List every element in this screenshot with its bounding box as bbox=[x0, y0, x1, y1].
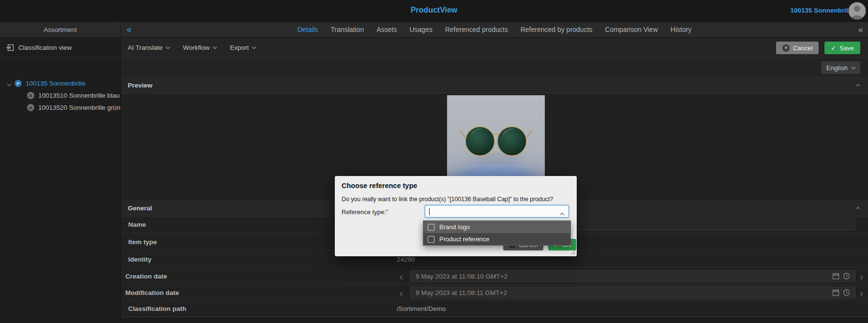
cancel-button[interactable]: ✕ Cancel bbox=[776, 42, 819, 54]
language-selector[interactable]: English bbox=[821, 61, 860, 74]
user-avatar[interactable] bbox=[849, 2, 866, 19]
tab-referenced-products[interactable]: Referenced products bbox=[445, 26, 508, 33]
save-cancel-group: ✕ Cancel ✓ Save bbox=[776, 42, 860, 54]
tree-item-product[interactable]: P 100135 Sonnenbrille bbox=[0, 77, 120, 89]
tree-item-article-blau[interactable]: A 10013510 Sonnenbrille blau bbox=[0, 89, 120, 102]
tree-item-article-gruen[interactable]: A 10013520 Sonnenbrille grün bbox=[0, 102, 120, 114]
product-badge: P bbox=[15, 80, 22, 87]
creation-date-row: Creation date 9 May 2023 at 11:08:10 GMT… bbox=[121, 268, 868, 285]
product-view-app: ProductView 100135 Sonnenbrille Assortme… bbox=[0, 0, 868, 323]
classification-view-button[interactable]: Classification view bbox=[0, 38, 120, 58]
required-marker: * bbox=[386, 208, 388, 214]
choose-reference-type-dialog: Choose reference type Do you really want… bbox=[335, 176, 577, 256]
language-strip: English bbox=[121, 58, 868, 77]
creation-date-label: Creation date bbox=[125, 273, 167, 280]
creation-date-input[interactable]: 9 May 2023 at 11:08:10 GMT+2 bbox=[410, 270, 855, 282]
assortment-panel-title: Assortment bbox=[0, 22, 121, 37]
export-menu[interactable]: Export bbox=[230, 44, 255, 51]
reference-type-select[interactable] bbox=[425, 205, 569, 218]
tree-item-label: 10013510 Sonnenbrille blau bbox=[38, 92, 120, 99]
general-section-title: General bbox=[128, 205, 152, 212]
cancel-circle-icon: ✕ bbox=[782, 44, 790, 52]
dialog-message: Do you really want to link the product(s… bbox=[342, 196, 553, 203]
save-button[interactable]: ✓ Save bbox=[824, 42, 860, 54]
calendar-icon[interactable] bbox=[832, 273, 839, 280]
action-toolbar: AI Translate Workflow Export ✕ Cancel ✓ … bbox=[121, 38, 868, 58]
tree-item-label: 100135 Sonnenbrille bbox=[26, 80, 86, 87]
classification-view-icon bbox=[6, 44, 14, 51]
reference-type-options: Brand logo Product reference bbox=[423, 220, 571, 246]
tab-referenced-by-products[interactable]: Referenced by products bbox=[521, 26, 593, 33]
classification-path-row: Classification path /Sortiment/Demo bbox=[121, 301, 868, 317]
tree-item-label: 10013520 Sonnenbrille grün bbox=[38, 104, 120, 111]
date-next-icon[interactable] bbox=[859, 273, 864, 279]
option-product-reference[interactable]: Product reference bbox=[423, 233, 570, 245]
identity-label: Identity bbox=[128, 255, 151, 263]
app-title: ProductView bbox=[411, 6, 458, 15]
tab-history[interactable]: History bbox=[671, 26, 692, 33]
checkbox[interactable] bbox=[428, 224, 434, 231]
dialog-title: Choose reference type bbox=[342, 182, 417, 190]
ai-translate-menu[interactable]: AI Translate bbox=[128, 44, 169, 51]
chevron-down-icon bbox=[213, 45, 217, 49]
top-bar: ProductView 100135 Sonnenbrille bbox=[0, 0, 868, 22]
tab-details[interactable]: Details bbox=[298, 26, 318, 33]
bottom-strip bbox=[121, 317, 868, 323]
collapse-section-icon[interactable] bbox=[856, 82, 859, 89]
chevron-down-icon bbox=[166, 45, 170, 49]
check-icon: ✓ bbox=[831, 45, 836, 51]
modification-date-input[interactable]: 9 May 2023 at 11:08:11 GMT+2 bbox=[410, 287, 855, 299]
calendar-icon[interactable] bbox=[832, 289, 839, 296]
person-icon bbox=[849, 2, 866, 19]
preview-section-header: Preview bbox=[121, 77, 868, 94]
tab-bar: Assortment « Details Translation Assets … bbox=[0, 22, 868, 38]
text-cursor bbox=[429, 208, 430, 215]
identity-value: 24290 bbox=[397, 255, 415, 263]
preview-section-title: Preview bbox=[128, 82, 152, 89]
chevron-down-icon bbox=[852, 65, 855, 69]
classification-path-label: Classification path bbox=[128, 305, 186, 312]
chevron-down-icon[interactable] bbox=[8, 80, 11, 87]
date-prev-icon[interactable] bbox=[401, 290, 405, 295]
classification-path-value: /Sortiment/Demo bbox=[397, 305, 446, 312]
option-brand-logo[interactable]: Brand logo bbox=[423, 221, 570, 233]
current-product-link[interactable]: 100135 Sonnenbrille bbox=[790, 7, 853, 14]
assortment-sidebar: Classification view P 100135 Sonnenbrill… bbox=[0, 38, 121, 323]
chevron-up-icon[interactable] bbox=[561, 210, 564, 218]
item-type-label: Item type bbox=[128, 238, 157, 245]
checkbox[interactable] bbox=[428, 236, 434, 243]
tab-strip: Details Translation Assets Usages Refere… bbox=[121, 22, 868, 37]
modification-date-row: Modification date 9 May 2023 at 11:08:11… bbox=[121, 285, 868, 301]
tab-assets[interactable]: Assets bbox=[376, 26, 397, 33]
modification-date-label: Modification date bbox=[125, 289, 179, 296]
date-next-icon[interactable] bbox=[859, 290, 864, 295]
reference-type-label: Reference type:* bbox=[342, 208, 388, 216]
workflow-menu[interactable]: Workflow bbox=[183, 44, 216, 51]
article-badge: A bbox=[27, 92, 34, 99]
clock-icon[interactable] bbox=[843, 273, 850, 280]
date-prev-icon[interactable] bbox=[401, 273, 405, 279]
article-badge: A bbox=[27, 104, 34, 111]
chevron-down-icon bbox=[252, 45, 256, 49]
collapse-section-icon[interactable] bbox=[856, 205, 859, 212]
collapse-right-panel-icon[interactable]: « bbox=[858, 22, 863, 37]
clock-icon[interactable] bbox=[843, 289, 850, 296]
name-label: Name bbox=[128, 220, 146, 228]
product-tree: P 100135 Sonnenbrille A 10013510 Sonnenb… bbox=[0, 77, 120, 114]
tab-translation[interactable]: Translation bbox=[330, 26, 364, 33]
classification-view-label: Classification view bbox=[18, 44, 72, 51]
tab-comparison-view[interactable]: Comparison View bbox=[605, 26, 658, 33]
tab-usages[interactable]: Usages bbox=[409, 26, 432, 33]
